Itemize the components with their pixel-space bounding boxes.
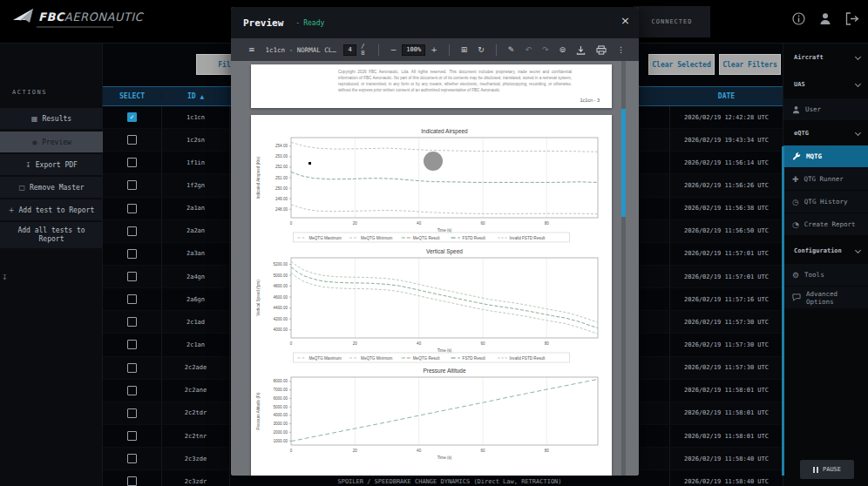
sidebar-section-aircraft[interactable]: Aircraft <box>783 49 868 66</box>
info-icon[interactable] <box>792 12 805 25</box>
svg-text:7000.00: 7000.00 <box>273 388 288 392</box>
sidebar-section-configuration[interactable]: Configuration <box>783 242 868 260</box>
sort-ascending-icon: ▲ <box>200 93 204 99</box>
svg-text:MeQTG Minimum: MeQTG Minimum <box>361 356 392 361</box>
results-button[interactable]: ▦ Results <box>0 108 103 129</box>
create-report-icon: ◔ <box>792 220 799 229</box>
redo-icon[interactable]: ↷ <box>537 45 554 54</box>
download-icon[interactable] <box>576 45 586 55</box>
rotate-icon[interactable]: ↻ <box>472 45 490 54</box>
row-checkbox[interactable] <box>127 249 137 259</box>
preview-button[interactable]: ◉ Preview <box>0 132 103 152</box>
remove-master-button[interactable]: ▢ Remove Master <box>0 177 103 198</box>
add-all-tests-button[interactable]: Add all tests to Report <box>0 222 103 248</box>
more-options-icon[interactable]: ⋮ <box>612 45 630 54</box>
row-checkbox[interactable] <box>127 386 137 395</box>
annotation-icon[interactable]: ⊚ <box>553 45 571 54</box>
row-checkbox[interactable] <box>127 158 137 167</box>
logo-brand-bold: FBC <box>38 10 64 24</box>
row-checkbox[interactable] <box>127 454 137 463</box>
row-checkbox[interactable] <box>127 408 137 418</box>
svg-text:Pressure Altitude (Ft): Pressure Altitude (Ft) <box>256 392 261 430</box>
page-number-input[interactable]: 4 <box>343 44 356 56</box>
chevron-down-icon <box>855 246 861 253</box>
row-checkbox[interactable] <box>127 476 137 486</box>
row-id: 2a4gn <box>161 266 229 287</box>
row-checkbox[interactable] <box>127 317 137 327</box>
modal-title: Preview <box>243 17 283 29</box>
sidebar-item-user[interactable]: User <box>783 98 868 120</box>
clear-selected-button[interactable]: Clear Selected <box>648 54 715 75</box>
sidebar-toggle-icon[interactable]: ≡ <box>243 45 261 54</box>
pdf-scrollbar-thumb[interactable] <box>621 109 626 217</box>
connection-status-badge: CONNECTED <box>634 6 710 37</box>
clear-filters-button[interactable]: Clear Filters <box>719 54 781 75</box>
preview-modal-header: Preview - Ready × <box>231 7 639 38</box>
gray-marker-dot <box>424 152 443 171</box>
zoom-in-icon[interactable]: + <box>425 45 443 54</box>
row-date: 2026/02/19 11:57:30 UTC <box>669 334 783 355</box>
svg-text:40: 40 <box>417 221 422 226</box>
add-test-to-report-button[interactable]: + Add test to Report <box>0 199 103 220</box>
svg-text:80: 80 <box>545 341 550 346</box>
svg-text:20: 20 <box>353 341 358 346</box>
svg-text:4400.00: 4400.00 <box>273 306 288 310</box>
page-total-label: / 8 <box>361 43 372 57</box>
fit-page-icon[interactable]: ⊞ <box>456 45 473 54</box>
preview-icon: ◉ <box>31 138 37 146</box>
sidebar-item-qtg-runner[interactable]: ✚ QTG Runner <box>783 168 868 190</box>
row-checkbox[interactable] <box>127 363 137 373</box>
row-id: 2a3an <box>161 243 229 265</box>
svg-text:1000.00: 1000.00 <box>273 439 288 443</box>
svg-text:Indicated Airspeed (Kts): Indicated Airspeed (Kts) <box>256 156 261 199</box>
column-header-date[interactable]: DATE <box>669 92 783 100</box>
pause-button[interactable]: PAUSE <box>800 460 854 479</box>
sidebar-scrollbar[interactable] <box>782 146 784 476</box>
cursor-dot <box>309 162 311 165</box>
row-checkbox[interactable] <box>127 340 137 349</box>
row-checkbox[interactable]: ✓ <box>127 112 137 122</box>
row-checkbox[interactable] <box>127 272 137 281</box>
column-header-id[interactable]: ID ▲ <box>161 92 229 100</box>
row-checkbox[interactable] <box>127 135 137 145</box>
sidebar-item-create-report[interactable]: ◔ Create Report <box>783 213 868 235</box>
svg-text:248.00: 248.00 <box>275 207 288 212</box>
export-pdf-button[interactable]: ↧ Export PDF <box>0 154 103 175</box>
sidebar-item-advanced-options[interactable]: Advanced Options <box>783 287 868 308</box>
sidebar-section-eqtg[interactable]: eQTG <box>783 125 868 142</box>
pdf-viewport[interactable]: Copyright 2026 FBC Aeronautic, Lda. All … <box>231 61 639 476</box>
sidebar-item-qtg-history[interactable]: ◷ QTG History <box>783 191 868 213</box>
svg-text:20: 20 <box>353 449 358 453</box>
user-account-icon[interactable] <box>819 12 831 25</box>
print-icon[interactable] <box>596 45 607 55</box>
status-dash: - <box>295 19 300 27</box>
svg-text:5200.00: 5200.00 <box>273 262 288 267</box>
app-window: FBCAERONAUTIC CONNECTED ACTIONS ▦ Result… <box>0 0 868 486</box>
sidebar-section-uas[interactable]: UAS <box>783 76 868 93</box>
sidebar-item-tools[interactable]: ⚙ Tools <box>783 264 868 286</box>
sidebar-item-mqtg[interactable]: MQTG <box>783 145 868 167</box>
svg-text:Vertical Speed (fpm): Vertical Speed (fpm) <box>256 280 261 316</box>
svg-text:MeQTG Maximum: MeQTG Maximum <box>309 356 342 361</box>
close-icon[interactable]: × <box>620 14 630 27</box>
chart-vertical-speed: Vertical Speed0204060804000.004200.00440… <box>251 246 612 368</box>
svg-text:Pressure Altitude: Pressure Altitude <box>423 368 466 374</box>
row-checkbox[interactable] <box>127 180 137 190</box>
svg-text:4000.00: 4000.00 <box>273 413 288 417</box>
row-checkbox[interactable] <box>127 204 137 213</box>
zoom-level-input[interactable]: 100% <box>402 44 425 56</box>
column-header-select[interactable]: SELECT <box>103 92 161 100</box>
text-select-icon[interactable]: ✎ <box>503 45 520 54</box>
undo-icon[interactable]: ↶ <box>519 45 537 54</box>
svg-text:MeQTG Result: MeQTG Result <box>413 236 440 240</box>
svg-text:6000.00: 6000.00 <box>273 396 288 401</box>
zoom-out-icon[interactable]: − <box>385 45 403 54</box>
row-checkbox[interactable] <box>127 294 137 304</box>
svg-text:40: 40 <box>417 341 422 346</box>
row-checkbox[interactable] <box>127 226 137 236</box>
svg-text:60: 60 <box>480 449 485 453</box>
row-checkbox[interactable] <box>127 431 137 441</box>
row-date: 2026/02/19 11:58:01 UTC <box>669 425 783 447</box>
logout-icon[interactable] <box>845 12 859 25</box>
pause-icon <box>813 467 818 473</box>
